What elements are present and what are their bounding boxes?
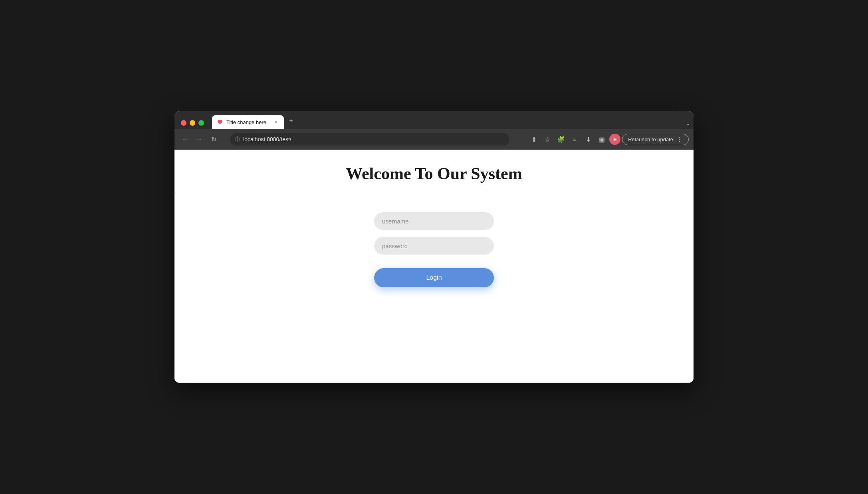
toolbar-icons: ⬆ ☆ 🧩 ≡ ⬇ ▣ E Relaunch to update ⋮	[528, 133, 689, 145]
login-button[interactable]: Login	[374, 268, 494, 287]
url-text: localhost:8080/test/	[243, 136, 291, 142]
new-tab-button[interactable]: +	[285, 115, 297, 126]
security-icon: ⓘ	[235, 136, 240, 143]
tab-favicon-icon	[217, 119, 223, 125]
tab-list-chevron-icon[interactable]: ⌄	[686, 120, 690, 126]
traffic-lights	[174, 120, 210, 126]
browser-window: Title change here ✕ + ⌄ ← → ↻ ⓘ localhos…	[174, 111, 694, 383]
title-bar: Title change here ✕ + ⌄	[174, 111, 694, 129]
tab-close-button[interactable]: ✕	[273, 119, 279, 125]
relaunch-label: Relaunch to update	[628, 136, 673, 142]
reading-list-button[interactable]: ≡	[569, 133, 581, 145]
page-content: Welcome To Our System Login	[174, 150, 694, 383]
minimize-window-button[interactable]	[190, 120, 195, 126]
tab-bar: Title change here ✕ + ⌄	[210, 115, 694, 129]
more-options-icon: ⋮	[676, 136, 683, 143]
share-button[interactable]: ⬆	[528, 133, 540, 145]
username-input[interactable]	[374, 212, 494, 230]
back-button[interactable]: ←	[179, 134, 190, 145]
relaunch-button[interactable]: Relaunch to update ⋮	[622, 134, 689, 145]
address-field[interactable]: ⓘ localhost:8080/test/	[230, 133, 509, 146]
address-bar: ← → ↻ ⓘ localhost:8080/test/ ⬆ ☆ 🧩 ≡ ⬇ ▣…	[174, 129, 694, 150]
forward-button[interactable]: →	[194, 134, 205, 145]
page-title: Welcome To Our System	[174, 164, 694, 183]
bookmark-button[interactable]: ☆	[541, 133, 553, 145]
download-button[interactable]: ⬇	[582, 133, 594, 145]
refresh-button[interactable]: ↻	[208, 134, 219, 145]
active-tab[interactable]: Title change here ✕	[212, 115, 284, 129]
page-header: Welcome To Our System	[174, 150, 694, 193]
close-window-button[interactable]	[181, 120, 186, 126]
login-form: Login	[174, 193, 694, 303]
extensions-button[interactable]: 🧩	[555, 133, 567, 145]
password-input[interactable]	[374, 237, 494, 255]
profile-avatar[interactable]: E	[609, 134, 620, 145]
sidebar-button[interactable]: ▣	[596, 133, 608, 145]
tab-title: Title change here	[226, 119, 270, 125]
maximize-window-button[interactable]	[198, 120, 204, 126]
